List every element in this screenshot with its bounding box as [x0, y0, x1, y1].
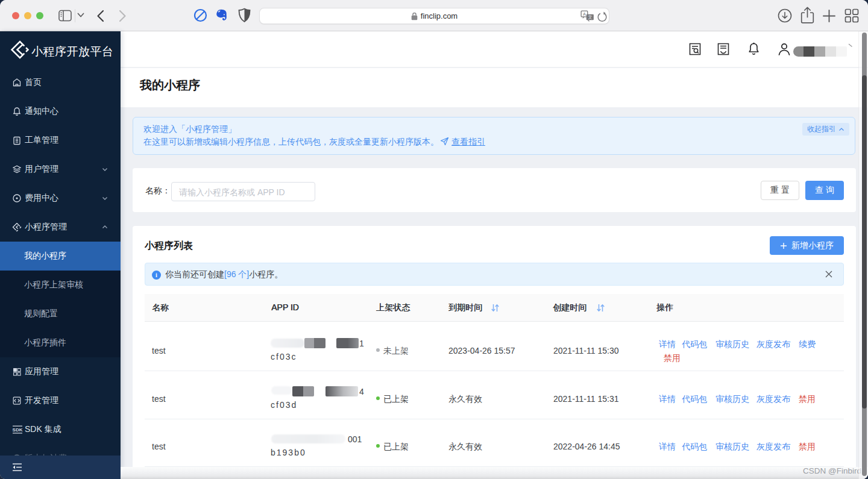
svg-text:文: 文 — [588, 14, 592, 20]
svg-text:i: i — [156, 272, 157, 278]
svg-text:SDK: SDK — [13, 427, 23, 433]
svg-text:A: A — [583, 11, 586, 17]
